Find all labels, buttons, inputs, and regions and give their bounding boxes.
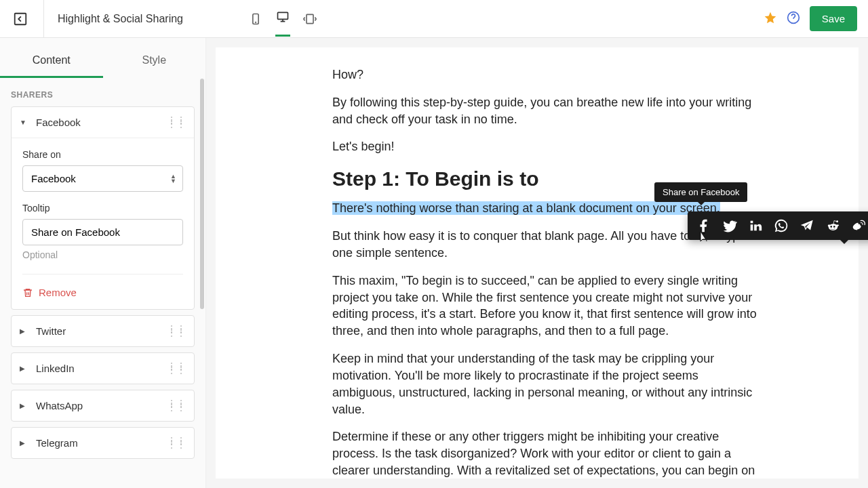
svg-point-2: [256, 22, 256, 22]
paragraph: Let's begin!: [332, 138, 757, 155]
paragraph: Keep in mind that your understanding of …: [332, 350, 757, 418]
drag-handle-icon[interactable]: ⋮⋮⋮⋮: [167, 439, 186, 447]
header-right: Save: [764, 6, 857, 31]
canvas: How? By following this step-by-step guid…: [206, 38, 868, 488]
share-on-select[interactable]: Facebook ▲▼: [22, 165, 183, 192]
sharer-header-facebook[interactable]: ▼ Facebook ⋮⋮⋮⋮: [12, 107, 194, 138]
sharer-header-linkedin[interactable]: ▶ LinkedIn ⋮⋮⋮⋮: [12, 353, 194, 384]
help-icon[interactable]: [787, 11, 800, 27]
mobile-view-toggle[interactable]: [248, 12, 263, 26]
chevron-down-icon: ▼: [20, 119, 29, 126]
back-button[interactable]: [11, 9, 30, 28]
share-tooltip: Share on Facebook: [654, 182, 747, 202]
share-toolbar: VK: [688, 211, 868, 240]
drag-handle-icon[interactable]: ⋮⋮⋮⋮: [167, 327, 186, 335]
share-on-label: Share on: [22, 149, 183, 160]
sharer-header-whatsapp[interactable]: ▶ WhatsApp ⋮⋮⋮⋮: [12, 390, 194, 421]
chevron-right-icon: ▶: [20, 402, 29, 409]
trash-icon: [22, 287, 33, 298]
sidebar: Content Style SHARERS ▼ Facebook ⋮⋮⋮⋮ Sh…: [0, 38, 206, 488]
sharer-item-telegram: ▶ Telegram ⋮⋮⋮⋮: [11, 427, 195, 459]
twitter-share-icon[interactable]: [717, 216, 742, 236]
paragraph: Determine if these or any other triggers…: [332, 428, 757, 479]
tab-content[interactable]: Content: [0, 45, 103, 78]
header-divider: [43, 0, 44, 38]
sharer-body: Share on Facebook ▲▼ Tooltip Optional Re…: [12, 138, 194, 309]
telegram-share-icon[interactable]: [795, 216, 819, 236]
header: Highlight & Social Sharing Save: [0, 0, 868, 38]
sharer-list: ▼ Facebook ⋮⋮⋮⋮ Share on Facebook ▲▼ Too…: [0, 106, 205, 475]
weibo-share-icon[interactable]: [846, 216, 868, 236]
sidebar-tabs: Content Style: [0, 38, 205, 78]
paragraph: How?: [332, 66, 757, 83]
canvas-inner: How? By following this step-by-step guid…: [216, 47, 859, 479]
drag-handle-icon[interactable]: ⋮⋮⋮⋮: [167, 402, 186, 409]
remove-button[interactable]: Remove: [22, 274, 183, 298]
sharer-item-whatsapp: ▶ WhatsApp ⋮⋮⋮⋮: [11, 390, 195, 422]
sharer-name: LinkedIn: [36, 363, 167, 374]
chevron-right-icon: ▶: [20, 365, 29, 372]
reddit-share-icon[interactable]: [821, 216, 845, 236]
whatsapp-share-icon[interactable]: [769, 216, 793, 236]
linkedin-share-icon[interactable]: [743, 216, 768, 236]
page-title: Highlight & Social Sharing: [58, 13, 183, 25]
desktop-view-toggle[interactable]: [275, 17, 290, 37]
chevron-right-icon: ▶: [20, 439, 29, 447]
document: How? By following this step-by-step guid…: [332, 66, 757, 479]
save-button[interactable]: Save: [810, 6, 857, 31]
remove-label: Remove: [39, 287, 77, 298]
sharer-header-telegram[interactable]: ▶ Telegram ⋮⋮⋮⋮: [12, 428, 194, 458]
svg-rect-4: [307, 14, 313, 23]
sharer-header-twitter[interactable]: ▶ Twitter ⋮⋮⋮⋮: [12, 316, 194, 346]
star-icon[interactable]: [764, 11, 777, 27]
sharer-item-facebook: ▼ Facebook ⋮⋮⋮⋮ Share on Facebook ▲▼ Too…: [11, 106, 195, 310]
responsive-view-toggle[interactable]: [302, 12, 317, 26]
svg-rect-3: [278, 12, 288, 19]
sharer-name: Telegram: [36, 437, 167, 449]
main: Content Style SHARERS ▼ Facebook ⋮⋮⋮⋮ Sh…: [0, 38, 868, 488]
sharers-label: SHARERS: [0, 78, 205, 106]
paragraph: This maxim, "To begin is to succeed," ca…: [332, 272, 757, 340]
svg-rect-0: [15, 13, 26, 24]
drag-handle-icon[interactable]: ⋮⋮⋮⋮: [167, 365, 186, 372]
sharer-item-twitter: ▶ Twitter ⋮⋮⋮⋮: [11, 315, 195, 347]
sharer-item-linkedin: ▶ LinkedIn ⋮⋮⋮⋮: [11, 352, 195, 384]
chevron-right-icon: ▶: [20, 327, 29, 335]
tooltip-label: Tooltip: [22, 203, 183, 214]
drag-handle-icon[interactable]: ⋮⋮⋮⋮: [167, 119, 186, 126]
facebook-share-icon[interactable]: [692, 216, 716, 236]
sharer-name: WhatsApp: [36, 400, 167, 411]
tooltip-input[interactable]: [22, 219, 183, 245]
tab-style[interactable]: Style: [103, 45, 206, 78]
device-toggles: [248, 1, 317, 37]
paragraph: By following this step-by-step guide, yo…: [332, 94, 757, 128]
sharer-name: Facebook: [36, 117, 167, 128]
sidebar-scrollbar[interactable]: [200, 79, 204, 309]
tooltip-helper: Optional: [22, 249, 183, 260]
sharer-name: Twitter: [36, 325, 167, 337]
